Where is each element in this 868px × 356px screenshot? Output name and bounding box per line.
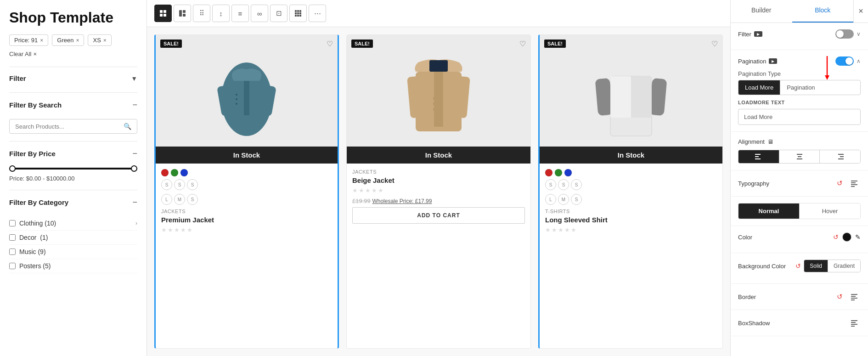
price-collapse[interactable]: − [132,149,137,158]
toolbar: ⠿ ↕ ≡ ∞ ⊡ ⋯ [147,0,730,27]
product-image [210,53,283,145]
category-collapse[interactable]: − [132,198,137,207]
layout2-button[interactable] [174,5,191,22]
more-button[interactable]: ⋯ [309,5,326,22]
search-box[interactable]: 🔍 [9,119,137,134]
clear-all-button[interactable]: Clear All × [9,51,137,57]
posters-checkbox[interactable] [9,263,16,269]
size-label-s[interactable]: S [187,194,198,205]
wishlist-button[interactable]: ♡ [711,40,718,48]
list-item[interactable]: Clothing (10) › [9,216,137,231]
color-edit-icon[interactable]: ✎ [855,233,861,241]
color-swatch-red[interactable] [545,169,552,176]
grid-view-button[interactable] [154,5,172,22]
add-to-cart-button[interactable]: ADD TO CART [352,207,525,224]
price-thumb-right[interactable] [131,165,137,172]
wishlist-button[interactable]: ♡ [519,40,526,48]
clear-all-x[interactable]: × [33,51,37,57]
product-image [404,53,473,145]
image-button[interactable]: ⊡ [270,5,287,22]
loadmore-text-input[interactable] [738,109,861,125]
list-item[interactable]: Posters (5) [9,259,137,273]
price-thumb-left[interactable] [9,165,16,172]
product-price: £19.99 Wholesale Price: £17.99 [352,198,525,204]
size-swatch-s2[interactable]: S [174,179,185,190]
align-center-icon [796,154,803,159]
typography-settings-button[interactable] [848,177,861,190]
align-left-button[interactable] [738,150,779,163]
normal-state-tab[interactable]: Normal [738,203,799,219]
pagination-type-button[interactable]: Pagination [780,80,821,95]
table-button[interactable] [289,5,307,22]
filter-tag-green[interactable]: Green × [52,34,84,46]
tab-builder[interactable]: Builder [731,0,792,23]
load-more-type-button[interactable]: Load More [738,80,780,95]
svg-rect-14 [297,15,299,17]
close-button[interactable]: × [853,0,868,23]
size-label-l[interactable]: L [161,194,172,205]
pagination-chevron-up-icon[interactable]: ∧ [857,58,861,64]
clothing-checkbox[interactable] [9,220,16,226]
pagination-type-wrap: Pagination Type Load More Pagination [738,70,861,95]
color-swatch-blue[interactable] [564,169,572,176]
solid-gradient-group: Solid Gradient [804,260,861,272]
align-right-button[interactable] [819,150,860,163]
color-swatch-green[interactable] [555,169,562,176]
search-input[interactable] [15,123,124,130]
chain-button[interactable]: ∞ [251,5,268,22]
color-dot[interactable] [842,232,851,242]
list-item[interactable]: Music (9) [9,245,137,259]
svg-rect-57 [851,299,855,300]
color-swatch-green[interactable] [171,169,178,176]
color-swatch-blue[interactable] [180,169,188,176]
filter-tag-xs[interactable]: XS × [88,34,111,46]
tab-block[interactable]: Block [792,0,854,23]
search-collapse[interactable]: − [132,100,137,110]
size-swatch-s[interactable]: S [161,179,172,190]
remove-price-filter[interactable]: × [40,37,43,44]
hover-state-tab[interactable]: Hover [799,203,860,219]
border-settings-button[interactable] [848,290,861,303]
border-reset-button[interactable]: ↺ [833,290,846,303]
filter-tag-price[interactable]: Price: 91 × [9,34,48,46]
remove-green-filter[interactable]: × [76,37,79,44]
filter-tags: Price: 91 × Green × XS × [9,34,137,46]
remove-xs-filter[interactable]: × [103,37,107,44]
pagination-type-buttons-container: Load More Pagination [738,80,861,95]
size-swatch-s3[interactable]: S [187,179,198,190]
pagination-toggle[interactable] [835,57,854,66]
list-button[interactable]: ≡ [231,5,249,22]
wishlist-button[interactable]: ♡ [327,40,333,48]
music-checkbox[interactable] [9,249,16,255]
svg-rect-50 [851,181,857,181]
size-swatch-s2[interactable]: S [558,179,569,190]
filter-chevron-down-icon[interactable]: ∨ [857,31,861,37]
svg-point-24 [236,103,237,105]
boxshadow-row: BoxShadow [738,316,861,329]
size-swatch-s3[interactable]: S [571,179,582,190]
price-slider-track[interactable] [9,168,137,170]
size-label-m[interactable]: M [174,194,185,205]
size-label-l[interactable]: L [545,194,556,205]
filter-toggle[interactable] [835,29,854,39]
bg-color-reset-icon[interactable]: ↺ [795,262,801,270]
gradient-button[interactable]: Gradient [828,260,860,272]
typography-reset-button[interactable]: ↺ [833,177,846,190]
arrows-button[interactable]: ↕ [212,5,230,22]
pagination-panel-section: Pagination ▶ ∧ Pagination Type [731,50,868,132]
list-item[interactable]: Decor (1) [9,231,137,245]
drag-button[interactable]: ⠿ [193,5,210,22]
border-actions: ↺ [833,290,861,303]
solid-button[interactable]: Solid [804,260,828,272]
boxshadow-settings-button[interactable] [848,316,861,329]
size-swatch-s[interactable]: S [545,179,556,190]
svg-rect-29 [429,60,448,72]
star-4: ★ [564,226,570,233]
svg-rect-48 [840,156,844,157]
color-reset-icon[interactable]: ↺ [833,233,839,241]
size-label-m[interactable]: M [558,194,569,205]
color-swatch-red[interactable] [161,169,169,176]
align-center-button[interactable] [779,150,820,163]
size-label-s[interactable]: S [571,194,582,205]
decor-checkbox[interactable] [9,234,16,241]
